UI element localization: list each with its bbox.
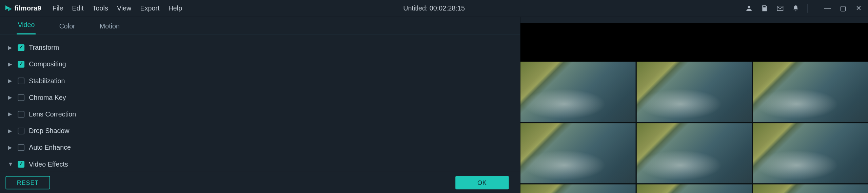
- project-title: Untitled: 00:02:28:15: [403, 4, 465, 12]
- menu-help[interactable]: Help: [164, 1, 187, 16]
- menu-tools[interactable]: Tools: [88, 1, 113, 16]
- mail-icon[interactable]: [776, 4, 784, 12]
- menu-file[interactable]: File: [48, 1, 68, 16]
- checkbox[interactable]: [18, 94, 24, 101]
- checkbox[interactable]: [18, 127, 24, 134]
- tab-color[interactable]: Color: [58, 18, 76, 34]
- chevron-right-icon: ▶: [8, 94, 13, 101]
- menu-export[interactable]: Export: [136, 1, 164, 16]
- checkbox[interactable]: [18, 111, 24, 117]
- menu-edit[interactable]: Edit: [67, 1, 88, 16]
- prop-lens-correction[interactable]: ▶ Lens Correction: [5, 106, 509, 123]
- prop-video-effects[interactable]: ▼ Video Effects: [5, 156, 509, 172]
- notify-icon[interactable]: [792, 4, 800, 12]
- menu-view[interactable]: View: [113, 1, 136, 16]
- title-bar: filmora9 File Edit Tools View Export Hel…: [0, 0, 868, 17]
- tab-motion[interactable]: Motion: [99, 18, 121, 34]
- prop-drop-shadow[interactable]: ▶ Drop Shadow: [5, 123, 509, 139]
- prop-chroma-key[interactable]: ▶ Chroma Key: [5, 89, 509, 106]
- chevron-right-icon: ▶: [8, 144, 13, 150]
- checkbox[interactable]: [18, 44, 24, 51]
- minimize-button[interactable]: —: [823, 4, 833, 12]
- video-preview: [520, 23, 868, 193]
- save-icon[interactable]: [761, 4, 769, 12]
- menu-bar: File Edit Tools View Export Help: [48, 1, 187, 16]
- tvwall-grid: [520, 62, 868, 193]
- properties-panel: Video Color Motion ▶ Transform ▶ Composi…: [0, 17, 520, 193]
- chevron-right-icon: ▶: [8, 44, 13, 50]
- checkbox[interactable]: [18, 161, 24, 168]
- ok-button[interactable]: OK: [455, 176, 509, 189]
- tab-video[interactable]: Video: [17, 17, 36, 34]
- prop-auto-enhance[interactable]: ▶ Auto Enhance: [5, 140, 509, 156]
- checkbox[interactable]: [18, 61, 24, 68]
- chevron-right-icon: ▶: [8, 111, 13, 117]
- close-button[interactable]: ✕: [853, 4, 864, 12]
- app-name: filmora9: [15, 4, 41, 12]
- reset-button[interactable]: RESET: [5, 176, 50, 189]
- chevron-right-icon: ▶: [8, 61, 13, 67]
- prop-stabilization[interactable]: ▶ Stabilization: [5, 73, 509, 89]
- app-logo-icon: [4, 4, 12, 12]
- maximize-button[interactable]: ▢: [838, 4, 848, 12]
- checkbox[interactable]: [18, 144, 24, 151]
- preview-panel: { } 00:01:17:03: [520, 17, 868, 193]
- prop-compositing[interactable]: ▶ Compositing: [5, 56, 509, 73]
- chevron-down-icon: ▼: [8, 161, 13, 167]
- chevron-right-icon: ▶: [8, 128, 13, 134]
- logo: filmora9: [4, 4, 48, 12]
- chevron-right-icon: ▶: [8, 78, 13, 84]
- tab-row: Video Color Motion: [0, 17, 520, 35]
- account-icon[interactable]: [745, 4, 753, 12]
- checkbox[interactable]: [18, 78, 24, 84]
- prop-transform[interactable]: ▶ Transform: [5, 39, 509, 56]
